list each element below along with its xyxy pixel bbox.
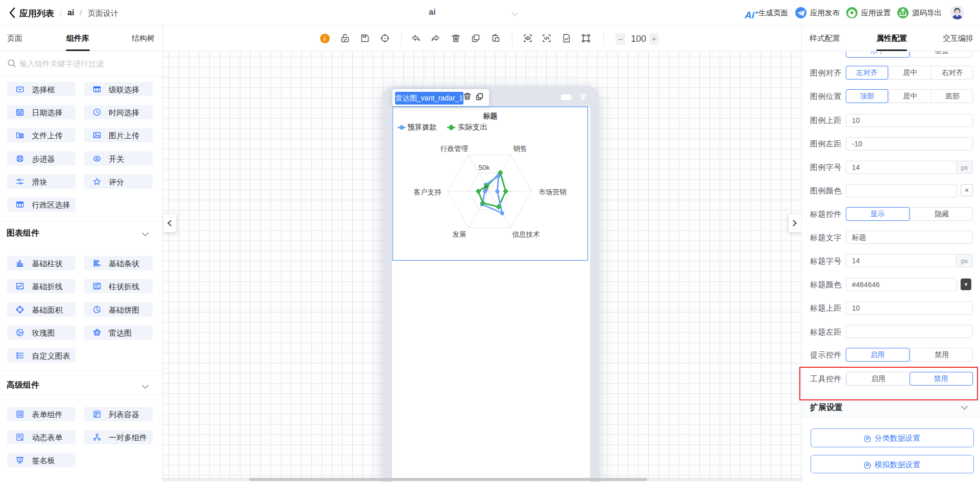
svg-text:市场营销: 市场营销 <box>539 188 567 196</box>
svg-text:发展: 发展 <box>453 231 467 238</box>
svg-text:客户支持: 客户支持 <box>414 188 442 196</box>
svg-text:0: 0 <box>485 185 489 192</box>
svg-text:销售: 销售 <box>513 145 527 153</box>
svg-text:信息技术: 信息技术 <box>512 231 540 238</box>
svg-text:行政管理: 行政管理 <box>440 145 469 153</box>
svg-text:50k: 50k <box>479 164 490 171</box>
